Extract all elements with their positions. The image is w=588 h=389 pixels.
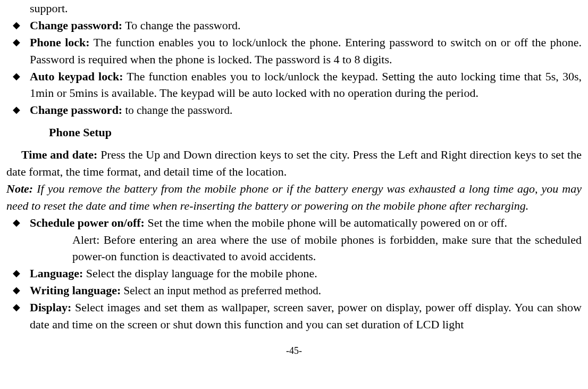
bullet-text: Select the display language for the mobi… <box>83 267 317 280</box>
bullet-label: Schedule power on/off: <box>30 216 145 229</box>
bullet-text: Select an input method as preferred meth… <box>121 284 321 297</box>
bullet-text: Select images and set them as wallpaper,… <box>30 301 582 331</box>
bullet-item: ◆ Auto keypad lock: The function enables… <box>30 68 582 102</box>
diamond-icon: ◆ <box>13 283 20 297</box>
page-number: -45- <box>6 344 582 358</box>
bullet-label: Auto keypad lock: <box>30 70 123 83</box>
top-fragment-text: support. <box>30 2 68 15</box>
bullet-item: ◆ Phone lock: The function enables you t… <box>30 34 582 68</box>
bullet-item: ◆ Language: Select the display language … <box>30 265 582 282</box>
bullet-text: Set the time when the mobile phone will … <box>145 216 507 229</box>
bullet-label: Change password: <box>30 19 122 32</box>
bullet-label: Change password: <box>30 103 122 117</box>
note-text: If you remove the battery from the mobil… <box>6 182 582 212</box>
diamond-icon: ◆ <box>13 266 20 280</box>
bullet-item: ◆ Schedule power on/off: Set the time wh… <box>30 214 582 231</box>
bullet-label: Writing language: <box>30 284 121 297</box>
time-date-label: Time and date: <box>21 148 100 161</box>
bullet-text: to change the password. <box>122 104 232 117</box>
diamond-icon: ◆ <box>13 18 20 32</box>
bullet-list-a: ◆ Change password: To change the passwor… <box>6 17 582 119</box>
bullet-item: ◆ Display: Select images and set them as… <box>30 299 582 333</box>
bullet-label: Language: <box>30 267 83 280</box>
bullet-item: ◆ Change password: to change the passwor… <box>30 102 582 119</box>
diamond-icon: ◆ <box>13 300 20 314</box>
bullet-subtext: Alert: Before entering an area where the… <box>30 231 582 266</box>
document-page: support. ◆ Change password: To change th… <box>0 0 588 368</box>
bullet-text: The function enables you to lock/unlock … <box>30 36 582 66</box>
bullet-text: To change the password. <box>122 19 240 32</box>
bullet-label: Display: <box>30 301 71 314</box>
top-fragment-wrap: support. <box>6 0 582 17</box>
section-heading: Phone Setup <box>6 124 582 141</box>
bullet-item: ◆ Change password: To change the passwor… <box>30 17 582 34</box>
bullet-item: ◆ Writing language: Select an input meth… <box>30 282 582 299</box>
diamond-icon: ◆ <box>13 103 20 117</box>
top-fragment: support. <box>30 0 582 17</box>
note-label: Note: <box>6 182 33 195</box>
diamond-icon: ◆ <box>13 35 20 49</box>
time-date-paragraph: Time and date: Press the Up and Down dir… <box>6 146 582 180</box>
bullet-list-b: ◆ Schedule power on/off: Set the time wh… <box>6 214 582 333</box>
diamond-icon: ◆ <box>13 69 20 83</box>
bullet-label: Phone lock: <box>30 36 90 49</box>
diamond-icon: ◆ <box>13 216 20 229</box>
note-paragraph: Note: If you remove the battery from the… <box>6 180 582 214</box>
